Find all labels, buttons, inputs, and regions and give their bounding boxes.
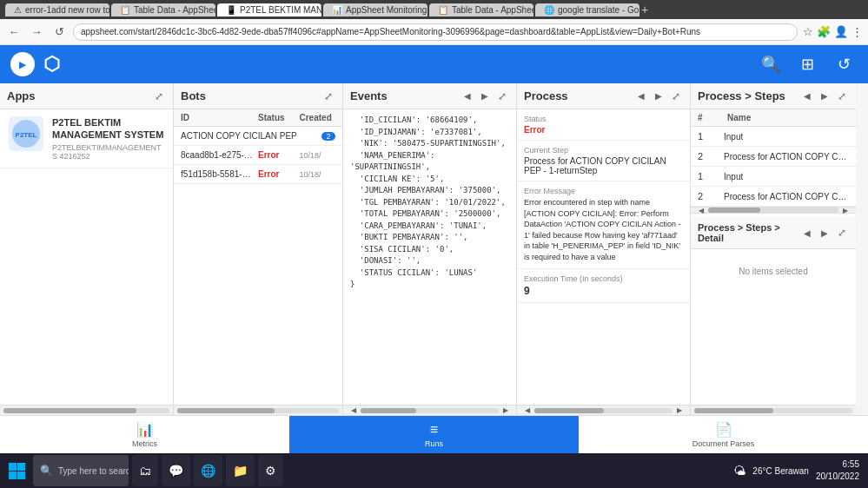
- profile-icon[interactable]: 👤: [834, 25, 848, 38]
- apps-expand-icon[interactable]: ⤢: [152, 89, 166, 103]
- bots-row-3[interactable]: f51d158b-5581-40... Error 10/18/: [174, 165, 342, 184]
- taskbar-search[interactable]: 🔍 Type here to search: [33, 455, 129, 486]
- steps-panel-body: # Name 1 Input 2 Process for ACTION COPY…: [691, 109, 856, 405]
- runs-icon: ≡: [430, 422, 438, 438]
- bots-row1-badge: 2: [321, 132, 335, 141]
- steps-expand-icon[interactable]: ⤢: [835, 89, 849, 103]
- steps-scroll-right[interactable]: ▶: [838, 203, 852, 217]
- steps-detail-title: Process > Steps > Detail: [698, 222, 800, 243]
- process-status-label: Status: [524, 115, 683, 123]
- bookmark-icon[interactable]: ☆: [803, 25, 813, 38]
- process-next-icon[interactable]: ▶: [652, 89, 666, 103]
- svg-rect-3: [9, 463, 17, 471]
- scroll-left-arrow[interactable]: ◀: [347, 404, 361, 416]
- tab3-icon: 📱: [226, 5, 236, 15]
- events-prev-icon[interactable]: ◀: [461, 89, 474, 103]
- steps-next-icon[interactable]: ▶: [818, 89, 832, 103]
- bots-row3-date: 10/18/: [300, 170, 336, 179]
- browser-tab-3[interactable]: 📱 P2TEL BEKTIM MANAGEME... ×: [217, 3, 321, 16]
- process-scroll-left[interactable]: ◀: [520, 404, 534, 416]
- process-panel: Process ◀ ▶ ⤢ Status Error Current Step …: [517, 83, 691, 415]
- process-panel-body: Status Error Current Step Process for AC…: [517, 109, 690, 405]
- detail-prev-icon[interactable]: ◀: [800, 226, 814, 240]
- steps-table-header: # Name: [691, 109, 856, 127]
- process-scroll-bottom: ◀ ▶: [517, 405, 690, 415]
- detail-expand-icon[interactable]: ⤢: [835, 226, 849, 240]
- tab6-icon: 🌐: [544, 5, 554, 15]
- reload-button[interactable]: ↺: [50, 25, 68, 38]
- events-panel: Events ◀ ▶ ⤢ 'ID_CICILAN': '68664109', '…: [343, 83, 517, 415]
- bots-panel-title: Bots: [181, 89, 206, 102]
- events-next-icon[interactable]: ▶: [478, 89, 492, 103]
- taskbar-app-4[interactable]: 📁: [226, 455, 255, 486]
- app-logo: ▶: [10, 52, 35, 76]
- steps-scroll-left[interactable]: ◀: [694, 203, 708, 217]
- url-bar[interactable]: appsheet.com/start/2846dc1c-3bc6-4d82-9e…: [73, 23, 798, 41]
- app-header: ▶ ⬡ 🔍 ⊞ ↺: [0, 45, 868, 83]
- browser-tab-2[interactable]: 📋 Table Data - AppSheet ×: [111, 3, 215, 16]
- grid-header-icon[interactable]: ⊞: [793, 50, 821, 78]
- browser-tabs: ⚠ error-1add new row to an... × 📋 Table …: [5, 3, 863, 16]
- app-item-sub: P2TELBEKTIMMANAGEMENTS 4216252: [52, 143, 164, 161]
- step4-num: 2: [698, 191, 715, 201]
- scroll-right-arrow[interactable]: ▶: [499, 404, 513, 416]
- new-tab-button[interactable]: +: [641, 3, 648, 16]
- steps-row-3[interactable]: 1 Input: [691, 167, 856, 187]
- process-panel-title: Process: [524, 89, 568, 102]
- menu-icon[interactable]: ⋮: [851, 25, 863, 38]
- step3-num: 1: [698, 171, 715, 181]
- bots-row-1[interactable]: ACTION COPY CICILAN PEP 2: [174, 127, 342, 146]
- browser-tab-4[interactable]: 📊 AppSheet Monitoring ×: [323, 3, 427, 16]
- process-expand-icon[interactable]: ⤢: [669, 89, 683, 103]
- browser-tab-6[interactable]: 🌐 google translate - Google... ×: [535, 3, 639, 16]
- bots-col-status: Status: [258, 113, 295, 122]
- search-header-icon[interactable]: 🔍: [757, 50, 785, 78]
- app-item-name: P2TEL BEKTIM MANAGEMENT SYSTEM: [52, 116, 164, 142]
- process-exec-value: 9: [524, 285, 683, 297]
- steps-row-1[interactable]: 1 Input: [691, 127, 856, 147]
- steps-detail-divider: ◀ ▶: [691, 207, 856, 214]
- taskbar-start-button[interactable]: [3, 458, 30, 484]
- browser-tab-5[interactable]: 📋 Table Data - AppSheet ×: [429, 3, 533, 16]
- taskbar-app-3[interactable]: 🌐: [194, 455, 222, 486]
- bots-panel: Bots ⤢ ID Status Created ACTION COPY CIC…: [174, 83, 343, 415]
- events-expand-icon[interactable]: ⤢: [495, 89, 509, 103]
- process-scroll-right[interactable]: ▶: [673, 404, 686, 416]
- process-steps-panel: Process > Steps ◀ ▶ ⤢ # Name 1 Input 2 P…: [691, 83, 856, 415]
- tab5-label: Table Data - AppSheet: [452, 5, 533, 15]
- tab2-label: Table Data - AppSheet: [134, 5, 215, 15]
- taskbar-app-2[interactable]: 💬: [162, 455, 190, 486]
- apps-panel: Apps ⤢ P2TEL P2TEL BEKTIM MANAGEMENT SYS…: [0, 83, 174, 415]
- steps-row-2[interactable]: 2 Process for ACTION COPY CICILA...: [691, 147, 856, 167]
- steps-scroll-bottom: [691, 405, 856, 415]
- nav-item-metrics[interactable]: 📊 Metrics: [0, 416, 289, 453]
- extension-icon[interactable]: 🧩: [817, 25, 831, 38]
- apps-panel-body: P2TEL P2TEL BEKTIM MANAGEMENT SYSTEM P2T…: [0, 109, 173, 405]
- process-error-value: Error encountered in step with name [ACT…: [524, 197, 683, 263]
- steps-prev-icon[interactable]: ◀: [800, 89, 814, 103]
- step2-name: Process for ACTION COPY CICILA...: [724, 152, 849, 162]
- taskbar-app-1[interactable]: 🗂: [132, 455, 158, 486]
- events-scroll-bottom: ◀ ▶: [343, 405, 516, 415]
- forward-button[interactable]: →: [28, 25, 45, 38]
- bots-expand-icon[interactable]: ⤢: [321, 89, 335, 103]
- bots-panel-header: Bots ⤢: [174, 83, 342, 109]
- nav-item-runs[interactable]: ≡ Runs: [289, 416, 579, 453]
- nav-item-docs[interactable]: 📄 Document Parses: [579, 416, 868, 453]
- url-text: appsheet.com/start/2846dc1c-3bc6-4d82-9e…: [81, 27, 700, 36]
- process-prev-icon[interactable]: ◀: [634, 89, 648, 103]
- browser-tab-1[interactable]: ⚠ error-1add new row to an... ×: [5, 3, 109, 16]
- clock-time: 6:55: [816, 458, 859, 471]
- steps-row-4[interactable]: 2 Process for ACTION COPY CICILA...: [691, 187, 856, 207]
- detail-next-icon[interactable]: ▶: [818, 226, 832, 240]
- process-error-section: Error Message Error encountered in step …: [517, 181, 690, 269]
- bots-scroll-bottom: [174, 405, 342, 415]
- bots-col-id: ID: [181, 113, 253, 122]
- back-button[interactable]: ←: [5, 25, 23, 38]
- process-error-label: Error Message: [524, 187, 683, 195]
- refresh-header-icon[interactable]: ↺: [830, 50, 858, 78]
- bots-row-2[interactable]: 8caad8b1-e275-4... Error 10/18/: [174, 146, 342, 165]
- app-list-item[interactable]: P2TEL P2TEL BEKTIM MANAGEMENT SYSTEM P2T…: [0, 109, 173, 168]
- apps-panel-title: Apps: [7, 89, 36, 102]
- taskbar-app-5[interactable]: ⚙: [258, 455, 283, 486]
